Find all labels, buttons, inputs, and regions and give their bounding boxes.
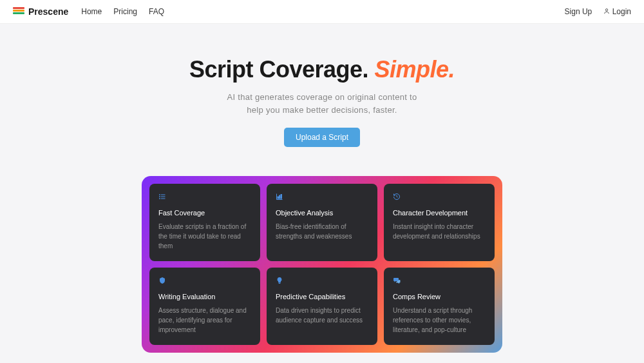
brand-name: Prescene: [28, 6, 68, 17]
logo-icon: [13, 7, 24, 16]
feature-title: Character Development: [393, 209, 486, 217]
feature-description: Understand a script through references t…: [393, 306, 486, 335]
feature-card-4: Predictive CapabilitiesData driven insig…: [267, 268, 377, 345]
feature-description: Instant insight into character developme…: [393, 222, 486, 241]
nav-right: Sign Up Login: [565, 7, 631, 16]
svg-rect-8: [279, 195, 281, 199]
features-panel: Fast CoverageEvaluate scripts in a fract…: [142, 176, 502, 353]
feature-title: Objective Analysis: [276, 209, 368, 217]
navbar: Prescene Home Pricing FAQ Sign Up Login: [0, 0, 644, 24]
svg-point-4: [160, 195, 160, 195]
nav-link-home[interactable]: Home: [81, 7, 102, 16]
feature-card-0: Fast CoverageEvaluate scripts in a fract…: [149, 184, 260, 261]
feature-title: Comps Review: [393, 293, 486, 300]
nav-link-faq[interactable]: FAQ: [149, 7, 164, 16]
feature-card-3: Writing EvaluationAssess structure, dial…: [149, 268, 260, 345]
nav-link-pricing[interactable]: Pricing: [113, 7, 137, 16]
feature-card-2: Character DevelopmentInstant insight int…: [384, 184, 495, 261]
shield-icon: [158, 277, 251, 286]
history-icon: [393, 193, 486, 202]
svg-rect-10: [279, 283, 281, 284]
svg-rect-7: [278, 197, 279, 199]
feature-description: Evaluate scripts in a fraction of the ti…: [158, 222, 251, 251]
svg-rect-9: [281, 195, 282, 199]
feature-card-1: Objective AnalysisBias-free identificati…: [267, 184, 377, 261]
feature-description: Bias-free identification of strengths an…: [276, 222, 368, 241]
feature-title: Writing Evaluation: [158, 293, 251, 300]
hero-title: Script Coverage. Simple.: [13, 56, 631, 83]
chart-icon: [276, 193, 368, 202]
feature-card-5: Comps ReviewUnderstand a script through …: [384, 268, 495, 345]
nav-left: Prescene Home Pricing FAQ: [13, 6, 164, 17]
signup-link[interactable]: Sign Up: [565, 7, 592, 16]
feature-description: Assess structure, dialogue and pace, ide…: [158, 306, 251, 335]
features-grid: Fast CoverageEvaluate scripts in a fract…: [149, 184, 495, 345]
feature-description: Data driven insights to predict audience…: [276, 306, 368, 325]
lightbulb-icon: [276, 277, 368, 286]
svg-point-5: [160, 197, 160, 197]
feature-title: Fast Coverage: [158, 209, 251, 217]
hero-section: Script Coverage. Simple. AI that generat…: [0, 24, 644, 163]
svg-point-6: [160, 199, 160, 199]
hero-title-accent: Simple.: [375, 56, 455, 83]
brand-logo[interactable]: Prescene: [13, 6, 68, 17]
upload-script-button[interactable]: Upload a Script: [284, 128, 360, 147]
svg-point-0: [606, 9, 608, 11]
nav-links: Home Pricing FAQ: [81, 7, 164, 16]
login-link[interactable]: Login: [603, 7, 631, 16]
user-icon: [603, 7, 612, 16]
list-icon: [158, 193, 251, 202]
feature-title: Predictive Capabilities: [276, 293, 368, 300]
chat-icon: [393, 277, 486, 286]
hero-subtitle: AI that generates coverage on original c…: [13, 91, 631, 116]
